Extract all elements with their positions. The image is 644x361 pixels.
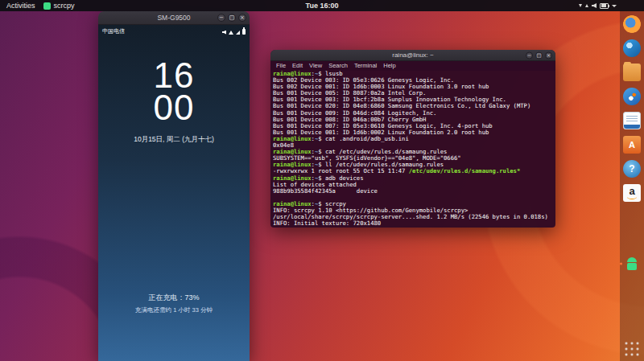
activities-button[interactable]: Activities (6, 0, 35, 11)
terminal-line: raina@linux:~$ cat .android/adb_usb.ini (273, 136, 553, 142)
system-status-area[interactable] (579, 3, 644, 9)
terminal-line: Bus 001 Device 003: ID 1bcf:2b8a Sunplus… (273, 96, 553, 103)
maximize-button[interactable]: □ (228, 14, 236, 22)
chevron-down-icon (612, 5, 617, 7)
lockscreen-clock-hours: 16 (98, 59, 250, 92)
top-bar-left: Activities scrcpy (0, 0, 75, 11)
terminal-line: Bus 002 Device 003: ID 05e3:0626 Genesys… (273, 77, 553, 84)
running-indicator-dot (620, 263, 622, 265)
dock-item-thunderbird[interactable] (622, 39, 642, 58)
terminal-line (273, 195, 553, 201)
terminal-line: raina@linux:~$ cat /etc/udev/rules.d/sam… (273, 149, 553, 155)
charging-info: 正在充电：73% 充满电还需约 1 小时 33 分钟 (98, 293, 250, 314)
help-icon (623, 160, 641, 178)
desktop: SM-G9500 − □ × 中国电信 16 00 10月15日 (0, 0, 644, 361)
files-icon (623, 64, 641, 81)
terminal-line: List of devices attached (273, 182, 553, 188)
dock-item-amazon[interactable] (622, 183, 642, 203)
phone-status-bar: 中国电信 (98, 25, 250, 35)
terminal-line: raina@linux:~$ ll /etc/udev/rules.d/sama… (273, 162, 553, 168)
volume-icon (592, 3, 597, 8)
app-menu-label: scrcpy (54, 0, 75, 11)
terminal-line: 0x04e8 (273, 142, 553, 149)
dock (620, 11, 644, 361)
terminal-line: INFO: Initial texture: 720x1480 (273, 220, 553, 227)
terminal-line: Bus 001 Device 007: ID 05e3:0610 Genesys… (273, 123, 553, 129)
dock-item-rhythmbox[interactable] (622, 87, 642, 106)
terminal-line: INFO: scrcpy 1.10 <https://github.com/Ge… (273, 207, 553, 214)
minimize-button[interactable]: − (217, 14, 225, 22)
terminal-line: SUBSYSTEM=="usb", SYSFS{idVendor}=="04e8… (273, 155, 553, 162)
dock-item-firefox[interactable] (622, 14, 642, 34)
terminal-output[interactable]: raina@linux:~$ lsusbBus 002 Device 003: … (270, 70, 555, 228)
show-apps-icon (623, 340, 641, 358)
top-bar: Activities scrcpy Tue 16:00 (0, 0, 644, 11)
terminal-line: Bus 001 Device 009: ID 046d:c084 Logitec… (273, 110, 553, 117)
writer-icon (623, 112, 641, 129)
scrcpy-app-icon (43, 2, 51, 10)
terminal-line: Bus 001 Device 008: ID 046a:00b7 Cherry … (273, 117, 553, 123)
terminal-title: raina@linux: ~ (392, 51, 433, 59)
dock-item-help[interactable] (622, 159, 642, 178)
battery-icon (600, 3, 609, 9)
terminal-line: Bus 001 Device 020: ID 04e8:6860 Samsung… (273, 103, 553, 109)
network-down-icon (579, 4, 582, 7)
dock-item-show-apps[interactable] (622, 339, 642, 359)
dock-item-software[interactable] (622, 135, 642, 154)
charging-remaining: 充满电还需约 1 小时 33 分钟 (98, 306, 250, 314)
network-up-icon (585, 4, 588, 7)
phone-battery-icon (242, 29, 246, 35)
terminal-window: raina@linux: ~ − □ × FileEditViewSearchT… (270, 50, 555, 228)
software-icon (623, 136, 641, 154)
amazon-icon (623, 184, 641, 202)
phone-window-title: SM-G9500 (157, 14, 190, 22)
clock[interactable]: Tue 16:00 (306, 0, 339, 11)
thunderbird-icon (623, 39, 641, 57)
terminal-line: -rwxrwxrwx 1 root root 55 Oct 15 11:47 /… (273, 168, 553, 174)
phone-screen[interactable]: 中国电信 16 00 10月15日, 周二 (九月十七) 正在充电：73% 充满… (98, 25, 250, 361)
terminal-line: raina@linux:~$ adb devices (273, 175, 553, 182)
scrcpy-icon (623, 255, 641, 273)
signal-icon (236, 31, 240, 35)
charging-status: 正在充电：73% (98, 293, 250, 303)
terminal-titlebar[interactable]: raina@linux: ~ − □ × (270, 50, 555, 61)
lockscreen-clock-minutes: 00 (98, 92, 250, 124)
app-menu[interactable]: scrcpy (43, 0, 75, 11)
firefox-icon (623, 15, 641, 33)
terminal-line: raina@linux:~$ lsusb (273, 71, 553, 77)
lockscreen-date: 10月15日, 周二 (九月十七) (98, 135, 250, 145)
terminal-line: Bus 002 Device 001: ID 1d6b:0003 Linux F… (273, 84, 553, 90)
phone-status-icons (220, 29, 246, 35)
mute-icon (222, 31, 226, 35)
terminal-line: raina@linux:~$ scrcpy (273, 201, 553, 207)
wifi-icon (229, 31, 233, 35)
close-button[interactable]: × (545, 51, 552, 59)
terminal-line: 988b9b35584f42345a device (273, 188, 553, 195)
lockscreen-clock: 16 00 (98, 59, 250, 124)
terminal-line: Bus 001 Device 005: ID 8087:0a2a Intel C… (273, 90, 553, 96)
close-button[interactable]: × (238, 14, 246, 22)
terminal-line: /usr/local/share/scrcpy/scrcpy-server...… (273, 214, 553, 220)
dock-item-writer[interactable] (622, 111, 642, 130)
rhythmbox-icon (623, 88, 641, 105)
scrcpy-phone-window: SM-G9500 − □ × 中国电信 16 00 10月15日 (98, 11, 250, 361)
phone-window-controls: − □ × (217, 14, 246, 22)
terminal-window-controls: − □ × (526, 51, 552, 59)
dock-item-scrcpy[interactable] (622, 254, 642, 273)
maximize-button[interactable]: □ (535, 51, 543, 59)
terminal-line: Bus 001 Device 001: ID 1d6b:0002 Linux F… (273, 129, 553, 136)
carrier-label: 中国电信 (102, 27, 125, 35)
minimize-button[interactable]: − (526, 51, 533, 59)
dock-item-files[interactable] (622, 63, 642, 82)
phone-window-titlebar[interactable]: SM-G9500 − □ × (98, 11, 250, 25)
